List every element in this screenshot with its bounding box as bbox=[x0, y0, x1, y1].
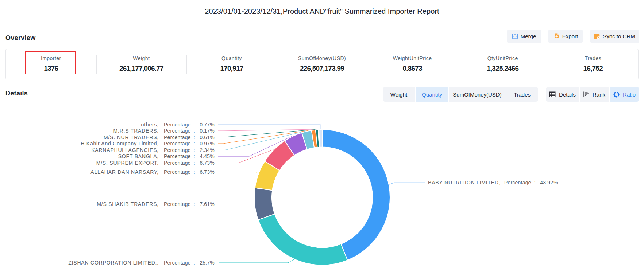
svg-text:M/S SHAKIB TRADERS,: M/S SHAKIB TRADERS, bbox=[97, 201, 159, 207]
svg-text:Percentage : 0.77%: Percentage : 0.77% bbox=[164, 122, 215, 128]
svg-text:M/S. NUR TRADERS,: M/S. NUR TRADERS, bbox=[104, 134, 159, 140]
svg-text:BABY NUTRITION LIMITED,: BABY NUTRITION LIMITED, bbox=[428, 180, 501, 185]
svg-text:Percentage : 2.34%: Percentage : 2.34% bbox=[164, 147, 215, 153]
svg-text:Percentage : 6.73%: Percentage : 6.73% bbox=[164, 169, 215, 175]
svg-text:M.R.S TRADERS,: M.R.S TRADERS, bbox=[113, 128, 159, 134]
svg-text:Percentage : 0.61%: Percentage : 0.61% bbox=[164, 134, 215, 140]
svg-text:KARNAPHULI AGENCIES,: KARNAPHULI AGENCIES, bbox=[91, 147, 159, 153]
svg-text:SOFT BANGLA,: SOFT BANGLA, bbox=[118, 153, 159, 159]
svg-text:H.Kabir And Company Limited,: H.Kabir And Company Limited, bbox=[81, 141, 159, 146]
svg-text:ZISHAN CORPORATION LIMITED.,: ZISHAN CORPORATION LIMITED., bbox=[68, 260, 159, 266]
svg-text:Percentage : 25.7%: Percentage : 25.7% bbox=[164, 260, 215, 266]
svg-text:Percentage : 6.73%: Percentage : 6.73% bbox=[164, 160, 215, 166]
svg-text:M/S. SUPREM EXPORT,: M/S. SUPREM EXPORT, bbox=[96, 160, 159, 166]
svg-text:ALLAHAR DAN NARSARY,: ALLAHAR DAN NARSARY, bbox=[90, 169, 159, 175]
svg-text:Percentage : 43.92%: Percentage : 43.92% bbox=[504, 180, 558, 185]
svg-text:others,: others, bbox=[141, 122, 159, 128]
svg-text:Percentage : 4.45%: Percentage : 4.45% bbox=[164, 153, 215, 159]
svg-text:Percentage : 0.97%: Percentage : 0.97% bbox=[164, 141, 215, 146]
svg-text:Percentage : 7.61%: Percentage : 7.61% bbox=[164, 201, 215, 207]
svg-text:Percentage : 0.17%: Percentage : 0.17% bbox=[164, 128, 215, 134]
